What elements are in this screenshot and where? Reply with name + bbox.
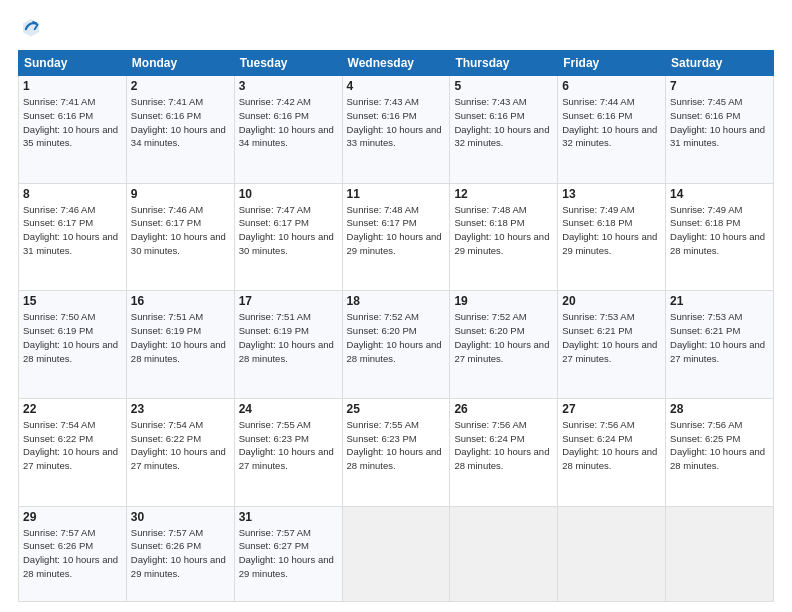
day-detail: Sunrise: 7:54 AMSunset: 6:22 PMDaylight:…	[131, 418, 230, 473]
week-row-3: 15Sunrise: 7:50 AMSunset: 6:19 PMDayligh…	[19, 291, 774, 399]
day-number: 11	[347, 187, 446, 201]
week-row-4: 22Sunrise: 7:54 AMSunset: 6:22 PMDayligh…	[19, 398, 774, 506]
calendar-cell	[558, 506, 666, 602]
day-detail: Sunrise: 7:55 AMSunset: 6:23 PMDaylight:…	[239, 418, 338, 473]
calendar-cell: 22Sunrise: 7:54 AMSunset: 6:22 PMDayligh…	[19, 398, 127, 506]
calendar-table: SundayMondayTuesdayWednesdayThursdayFrid…	[18, 50, 774, 602]
day-number: 18	[347, 294, 446, 308]
calendar-cell: 19Sunrise: 7:52 AMSunset: 6:20 PMDayligh…	[450, 291, 558, 399]
day-number: 4	[347, 79, 446, 93]
day-detail: Sunrise: 7:43 AMSunset: 6:16 PMDaylight:…	[347, 95, 446, 150]
day-detail: Sunrise: 7:55 AMSunset: 6:23 PMDaylight:…	[347, 418, 446, 473]
calendar-cell: 4Sunrise: 7:43 AMSunset: 6:16 PMDaylight…	[342, 76, 450, 184]
weekday-header-thursday: Thursday	[450, 51, 558, 76]
calendar-cell: 6Sunrise: 7:44 AMSunset: 6:16 PMDaylight…	[558, 76, 666, 184]
day-detail: Sunrise: 7:52 AMSunset: 6:20 PMDaylight:…	[454, 310, 553, 365]
weekday-header-wednesday: Wednesday	[342, 51, 450, 76]
day-number: 22	[23, 402, 122, 416]
calendar-cell: 17Sunrise: 7:51 AMSunset: 6:19 PMDayligh…	[234, 291, 342, 399]
calendar-cell: 30Sunrise: 7:57 AMSunset: 6:26 PMDayligh…	[126, 506, 234, 602]
day-detail: Sunrise: 7:45 AMSunset: 6:16 PMDaylight:…	[670, 95, 769, 150]
calendar-cell: 27Sunrise: 7:56 AMSunset: 6:24 PMDayligh…	[558, 398, 666, 506]
calendar-cell: 13Sunrise: 7:49 AMSunset: 6:18 PMDayligh…	[558, 183, 666, 291]
weekday-header-monday: Monday	[126, 51, 234, 76]
day-detail: Sunrise: 7:46 AMSunset: 6:17 PMDaylight:…	[131, 203, 230, 258]
day-number: 28	[670, 402, 769, 416]
day-number: 5	[454, 79, 553, 93]
day-number: 7	[670, 79, 769, 93]
calendar-cell: 14Sunrise: 7:49 AMSunset: 6:18 PMDayligh…	[666, 183, 774, 291]
day-number: 26	[454, 402, 553, 416]
weekday-header-tuesday: Tuesday	[234, 51, 342, 76]
day-number: 14	[670, 187, 769, 201]
week-row-1: 1Sunrise: 7:41 AMSunset: 6:16 PMDaylight…	[19, 76, 774, 184]
day-detail: Sunrise: 7:54 AMSunset: 6:22 PMDaylight:…	[23, 418, 122, 473]
day-detail: Sunrise: 7:57 AMSunset: 6:26 PMDaylight:…	[23, 526, 122, 581]
day-number: 19	[454, 294, 553, 308]
calendar-cell: 7Sunrise: 7:45 AMSunset: 6:16 PMDaylight…	[666, 76, 774, 184]
logo-icon	[20, 16, 42, 38]
day-detail: Sunrise: 7:47 AMSunset: 6:17 PMDaylight:…	[239, 203, 338, 258]
day-number: 31	[239, 510, 338, 524]
day-number: 12	[454, 187, 553, 201]
calendar-cell: 11Sunrise: 7:48 AMSunset: 6:17 PMDayligh…	[342, 183, 450, 291]
day-detail: Sunrise: 7:49 AMSunset: 6:18 PMDaylight:…	[562, 203, 661, 258]
day-number: 24	[239, 402, 338, 416]
day-detail: Sunrise: 7:57 AMSunset: 6:27 PMDaylight:…	[239, 526, 338, 581]
day-number: 29	[23, 510, 122, 524]
calendar-cell: 23Sunrise: 7:54 AMSunset: 6:22 PMDayligh…	[126, 398, 234, 506]
calendar-cell: 31Sunrise: 7:57 AMSunset: 6:27 PMDayligh…	[234, 506, 342, 602]
calendar-cell	[666, 506, 774, 602]
day-detail: Sunrise: 7:44 AMSunset: 6:16 PMDaylight:…	[562, 95, 661, 150]
day-number: 2	[131, 79, 230, 93]
calendar-cell: 12Sunrise: 7:48 AMSunset: 6:18 PMDayligh…	[450, 183, 558, 291]
day-number: 25	[347, 402, 446, 416]
calendar-cell: 28Sunrise: 7:56 AMSunset: 6:25 PMDayligh…	[666, 398, 774, 506]
day-number: 3	[239, 79, 338, 93]
calendar-cell: 21Sunrise: 7:53 AMSunset: 6:21 PMDayligh…	[666, 291, 774, 399]
calendar-cell: 5Sunrise: 7:43 AMSunset: 6:16 PMDaylight…	[450, 76, 558, 184]
day-number: 30	[131, 510, 230, 524]
header	[18, 16, 774, 40]
calendar-cell: 16Sunrise: 7:51 AMSunset: 6:19 PMDayligh…	[126, 291, 234, 399]
day-number: 17	[239, 294, 338, 308]
day-detail: Sunrise: 7:50 AMSunset: 6:19 PMDaylight:…	[23, 310, 122, 365]
day-number: 1	[23, 79, 122, 93]
day-number: 6	[562, 79, 661, 93]
page: SundayMondayTuesdayWednesdayThursdayFrid…	[0, 0, 792, 612]
day-detail: Sunrise: 7:48 AMSunset: 6:17 PMDaylight:…	[347, 203, 446, 258]
day-detail: Sunrise: 7:56 AMSunset: 6:24 PMDaylight:…	[454, 418, 553, 473]
day-detail: Sunrise: 7:53 AMSunset: 6:21 PMDaylight:…	[670, 310, 769, 365]
day-detail: Sunrise: 7:41 AMSunset: 6:16 PMDaylight:…	[23, 95, 122, 150]
day-detail: Sunrise: 7:43 AMSunset: 6:16 PMDaylight:…	[454, 95, 553, 150]
calendar-cell	[342, 506, 450, 602]
calendar-cell: 9Sunrise: 7:46 AMSunset: 6:17 PMDaylight…	[126, 183, 234, 291]
weekday-header-sunday: Sunday	[19, 51, 127, 76]
calendar-cell: 20Sunrise: 7:53 AMSunset: 6:21 PMDayligh…	[558, 291, 666, 399]
calendar-cell: 3Sunrise: 7:42 AMSunset: 6:16 PMDaylight…	[234, 76, 342, 184]
day-detail: Sunrise: 7:52 AMSunset: 6:20 PMDaylight:…	[347, 310, 446, 365]
day-number: 9	[131, 187, 230, 201]
day-number: 21	[670, 294, 769, 308]
calendar-cell: 2Sunrise: 7:41 AMSunset: 6:16 PMDaylight…	[126, 76, 234, 184]
calendar-cell: 15Sunrise: 7:50 AMSunset: 6:19 PMDayligh…	[19, 291, 127, 399]
calendar-cell: 25Sunrise: 7:55 AMSunset: 6:23 PMDayligh…	[342, 398, 450, 506]
week-row-5: 29Sunrise: 7:57 AMSunset: 6:26 PMDayligh…	[19, 506, 774, 602]
calendar-cell: 24Sunrise: 7:55 AMSunset: 6:23 PMDayligh…	[234, 398, 342, 506]
day-number: 13	[562, 187, 661, 201]
day-detail: Sunrise: 7:51 AMSunset: 6:19 PMDaylight:…	[131, 310, 230, 365]
day-detail: Sunrise: 7:41 AMSunset: 6:16 PMDaylight:…	[131, 95, 230, 150]
week-row-2: 8Sunrise: 7:46 AMSunset: 6:17 PMDaylight…	[19, 183, 774, 291]
day-number: 23	[131, 402, 230, 416]
day-detail: Sunrise: 7:57 AMSunset: 6:26 PMDaylight:…	[131, 526, 230, 581]
logo	[18, 16, 44, 40]
day-number: 10	[239, 187, 338, 201]
weekday-header-row: SundayMondayTuesdayWednesdayThursdayFrid…	[19, 51, 774, 76]
day-number: 8	[23, 187, 122, 201]
weekday-header-saturday: Saturday	[666, 51, 774, 76]
day-detail: Sunrise: 7:53 AMSunset: 6:21 PMDaylight:…	[562, 310, 661, 365]
day-number: 20	[562, 294, 661, 308]
day-detail: Sunrise: 7:56 AMSunset: 6:24 PMDaylight:…	[562, 418, 661, 473]
calendar-cell: 26Sunrise: 7:56 AMSunset: 6:24 PMDayligh…	[450, 398, 558, 506]
day-detail: Sunrise: 7:42 AMSunset: 6:16 PMDaylight:…	[239, 95, 338, 150]
